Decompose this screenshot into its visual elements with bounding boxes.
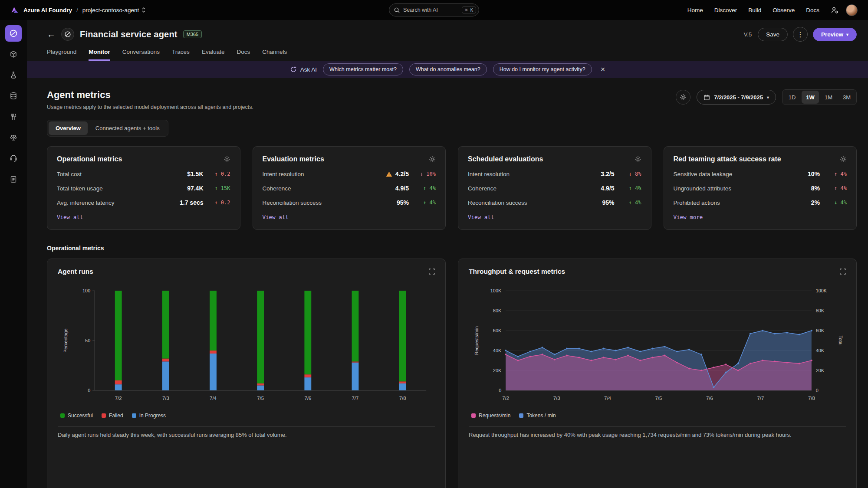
sidebar-evaluations-icon[interactable] — [5, 67, 22, 83]
sidebar-data-icon[interactable] — [5, 88, 22, 104]
range-1w[interactable]: 1W — [802, 91, 819, 104]
metric-row: Coherence 4.9/5 ↑ 4% — [263, 185, 436, 192]
nav-home[interactable]: Home — [687, 7, 703, 13]
legend-item: Failed — [102, 413, 123, 419]
save-button[interactable]: Save — [758, 28, 788, 41]
tab-evaluate[interactable]: Evaluate — [202, 49, 225, 61]
view-tab-connected-agents[interactable]: Connected agents + tools — [89, 121, 167, 135]
nav-build[interactable]: Build — [748, 7, 761, 13]
metric-label: Sensitive data leakage — [674, 171, 808, 177]
throughput-insight: Request throughput has increased by 40% … — [469, 431, 846, 439]
ask-ai-chip-2[interactable]: What do anomalies mean? — [409, 63, 487, 75]
ask-ai-label-group: Ask AI — [290, 66, 317, 73]
expand-icon[interactable] — [840, 269, 846, 275]
svg-text:7/3: 7/3 — [162, 396, 169, 401]
metric-trend: ↑ 4% — [409, 185, 436, 191]
user-settings-icon[interactable] — [831, 6, 839, 14]
view-all-link[interactable]: View all — [468, 214, 494, 220]
breadcrumb-separator: / — [76, 7, 78, 13]
metric-value: 1.7 secs — [180, 199, 204, 206]
tab-conversations[interactable]: Conversations — [122, 49, 160, 61]
metric-label: Intent resolution — [468, 171, 601, 177]
tab-monitor[interactable]: Monitor — [89, 49, 110, 61]
ask-ai-chip-1[interactable]: Which metrics matter most? — [323, 63, 403, 75]
metric-label: Intent resolution — [263, 171, 386, 177]
metric-value: 8% — [811, 185, 820, 192]
svg-text:20K: 20K — [493, 368, 502, 373]
user-avatar[interactable] — [846, 4, 858, 16]
svg-text:Total: Total — [838, 336, 843, 346]
nav-observe[interactable]: Observe — [773, 7, 795, 13]
svg-text:Requests/min: Requests/min — [474, 326, 479, 355]
preview-button[interactable]: Preview ▾ — [813, 28, 857, 41]
divider — [469, 426, 846, 427]
tab-traces[interactable]: Traces — [172, 49, 190, 61]
sidebar-notes-icon[interactable] — [5, 171, 22, 187]
view-all-link[interactable]: View all — [57, 214, 83, 220]
card-red-teaming: Red teaming attack success rate Sensitiv… — [664, 146, 857, 230]
calendar-icon — [704, 94, 710, 101]
settings-gear-button[interactable] — [676, 90, 690, 105]
more-options-button[interactable]: ⋮ — [793, 27, 808, 42]
expand-icon[interactable] — [429, 269, 435, 275]
switcher-icon — [141, 7, 146, 13]
gear-icon[interactable] — [429, 156, 436, 163]
range-1d[interactable]: 1D — [783, 91, 801, 104]
nav-discover[interactable]: Discover — [714, 7, 737, 13]
svg-text:50: 50 — [85, 338, 90, 343]
svg-text:7/4: 7/4 — [210, 396, 217, 401]
view-more-link[interactable]: View more — [674, 214, 703, 220]
azure-ai-foundry-logo-icon — [10, 6, 19, 14]
gear-icon[interactable] — [224, 156, 230, 163]
card-title: Evaluation metrics — [263, 155, 324, 163]
view-all-link[interactable]: View all — [263, 214, 289, 220]
metric-row: Total cost $1.5K ↑ 0.2 — [57, 170, 230, 177]
metric-label: Reconciliation success — [263, 200, 397, 206]
metric-trend: ↓ 4% — [820, 200, 847, 206]
close-icon[interactable]: × — [601, 66, 605, 73]
metric-label: Reconciliation success — [468, 200, 602, 206]
sidebar-guardrails-icon[interactable] — [5, 129, 22, 146]
range-3m[interactable]: 3M — [838, 91, 855, 104]
nav-docs[interactable]: Docs — [806, 7, 819, 13]
metric-label: Ungrounded attributes — [674, 185, 811, 192]
ask-ai-chip-3[interactable]: How do I monitor my agent activity? — [493, 63, 592, 75]
metric-trend: ↑ 0.2 — [204, 171, 230, 177]
card-title: Operational metrics — [57, 155, 122, 163]
card-operational-metrics: Operational metrics Total cost $1.5K ↑ 0… — [47, 146, 240, 230]
keyboard-shortcut: ⌘ K — [462, 7, 476, 13]
svg-text:7/2: 7/2 — [115, 396, 122, 401]
metric-row: Intent resolution 4.2/5 ↓ 10% — [263, 170, 436, 177]
agent-runs-legend: SuccessfulFailedIn Progress — [58, 413, 435, 419]
date-range-picker[interactable]: 7/2/2025 - 7/9/2025 ▾ — [697, 90, 776, 105]
search-input[interactable]: Search with AI ⌘ K — [389, 3, 479, 16]
search-placeholder: Search with AI — [403, 7, 458, 13]
gear-icon[interactable] — [635, 156, 641, 163]
sidebar-models-icon[interactable] — [5, 46, 22, 62]
back-button[interactable]: ← — [47, 30, 56, 39]
sidebar-support-icon[interactable] — [5, 150, 22, 167]
range-1m[interactable]: 1M — [820, 91, 837, 104]
tab-playground[interactable]: Playground — [47, 49, 76, 61]
metric-trend: ↓ 10% — [409, 171, 436, 177]
agent-avatar-icon — [61, 28, 74, 41]
charts-row: Agent runs 050100Percentage7/27/37/47/57… — [47, 259, 857, 488]
metric-row: Prohibited actions 2% ↓ 4% — [674, 199, 847, 206]
svg-text:0: 0 — [816, 388, 819, 393]
metric-label: Avg. inference latency — [57, 200, 180, 206]
tab-docs[interactable]: Docs — [237, 49, 250, 61]
agent-runs-card: Agent runs 050100Percentage7/27/37/47/57… — [47, 259, 446, 488]
tab-channels[interactable]: Channels — [262, 49, 287, 61]
sidebar-agents-icon[interactable] — [5, 25, 22, 42]
svg-text:7/6: 7/6 — [304, 396, 311, 401]
metric-value: 97.4K — [187, 185, 203, 192]
view-tab-overview[interactable]: Overview — [49, 121, 88, 135]
sidebar-tools-icon[interactable] — [5, 108, 22, 125]
project-switcher[interactable]: project-contoso-agent — [82, 7, 146, 13]
brand-name: Azure AI Foundry — [23, 7, 72, 13]
agent-runs-chart: 050100Percentage7/27/37/47/57/67/77/8 — [58, 284, 435, 408]
section-title: Agent metrics — [47, 89, 253, 101]
agent-tabs: Playground Monitor Conversations Traces … — [47, 49, 857, 61]
svg-text:80K: 80K — [816, 308, 825, 313]
gear-icon[interactable] — [840, 156, 847, 163]
